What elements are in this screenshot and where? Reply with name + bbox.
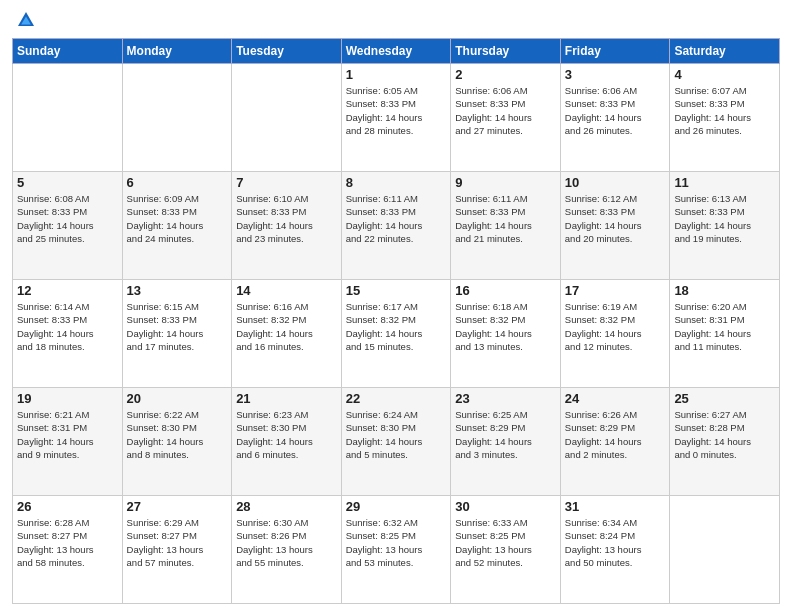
calendar-cell: 9Sunrise: 6:11 AM Sunset: 8:33 PM Daylig… [451, 172, 561, 280]
calendar-day-header: Wednesday [341, 39, 451, 64]
day-info: Sunrise: 6:06 AM Sunset: 8:33 PM Dayligh… [565, 84, 666, 137]
day-info: Sunrise: 6:06 AM Sunset: 8:33 PM Dayligh… [455, 84, 556, 137]
day-number: 1 [346, 67, 447, 82]
calendar-cell: 12Sunrise: 6:14 AM Sunset: 8:33 PM Dayli… [13, 280, 123, 388]
calendar-cell: 28Sunrise: 6:30 AM Sunset: 8:26 PM Dayli… [232, 496, 342, 604]
day-info: Sunrise: 6:21 AM Sunset: 8:31 PM Dayligh… [17, 408, 118, 461]
day-info: Sunrise: 6:18 AM Sunset: 8:32 PM Dayligh… [455, 300, 556, 353]
day-info: Sunrise: 6:29 AM Sunset: 8:27 PM Dayligh… [127, 516, 228, 569]
day-number: 17 [565, 283, 666, 298]
day-number: 21 [236, 391, 337, 406]
day-info: Sunrise: 6:33 AM Sunset: 8:25 PM Dayligh… [455, 516, 556, 569]
calendar-cell [13, 64, 123, 172]
page: SundayMondayTuesdayWednesdayThursdayFrid… [0, 0, 792, 612]
day-info: Sunrise: 6:05 AM Sunset: 8:33 PM Dayligh… [346, 84, 447, 137]
day-info: Sunrise: 6:20 AM Sunset: 8:31 PM Dayligh… [674, 300, 775, 353]
calendar-cell [122, 64, 232, 172]
calendar-cell: 21Sunrise: 6:23 AM Sunset: 8:30 PM Dayli… [232, 388, 342, 496]
calendar-cell: 13Sunrise: 6:15 AM Sunset: 8:33 PM Dayli… [122, 280, 232, 388]
calendar-cell: 30Sunrise: 6:33 AM Sunset: 8:25 PM Dayli… [451, 496, 561, 604]
day-number: 20 [127, 391, 228, 406]
calendar-cell: 14Sunrise: 6:16 AM Sunset: 8:32 PM Dayli… [232, 280, 342, 388]
day-number: 28 [236, 499, 337, 514]
calendar-week-row: 1Sunrise: 6:05 AM Sunset: 8:33 PM Daylig… [13, 64, 780, 172]
day-info: Sunrise: 6:17 AM Sunset: 8:32 PM Dayligh… [346, 300, 447, 353]
day-info: Sunrise: 6:23 AM Sunset: 8:30 PM Dayligh… [236, 408, 337, 461]
day-number: 5 [17, 175, 118, 190]
calendar-day-header: Sunday [13, 39, 123, 64]
day-number: 4 [674, 67, 775, 82]
calendar-day-header: Friday [560, 39, 670, 64]
calendar-cell: 23Sunrise: 6:25 AM Sunset: 8:29 PM Dayli… [451, 388, 561, 496]
day-info: Sunrise: 6:13 AM Sunset: 8:33 PM Dayligh… [674, 192, 775, 245]
day-info: Sunrise: 6:07 AM Sunset: 8:33 PM Dayligh… [674, 84, 775, 137]
calendar-header-row: SundayMondayTuesdayWednesdayThursdayFrid… [13, 39, 780, 64]
day-number: 26 [17, 499, 118, 514]
day-number: 22 [346, 391, 447, 406]
day-info: Sunrise: 6:14 AM Sunset: 8:33 PM Dayligh… [17, 300, 118, 353]
day-info: Sunrise: 6:10 AM Sunset: 8:33 PM Dayligh… [236, 192, 337, 245]
calendar-cell [232, 64, 342, 172]
day-number: 24 [565, 391, 666, 406]
day-info: Sunrise: 6:22 AM Sunset: 8:30 PM Dayligh… [127, 408, 228, 461]
calendar-week-row: 12Sunrise: 6:14 AM Sunset: 8:33 PM Dayli… [13, 280, 780, 388]
day-info: Sunrise: 6:28 AM Sunset: 8:27 PM Dayligh… [17, 516, 118, 569]
day-number: 11 [674, 175, 775, 190]
calendar-cell: 2Sunrise: 6:06 AM Sunset: 8:33 PM Daylig… [451, 64, 561, 172]
calendar-day-header: Thursday [451, 39, 561, 64]
day-info: Sunrise: 6:15 AM Sunset: 8:33 PM Dayligh… [127, 300, 228, 353]
day-info: Sunrise: 6:26 AM Sunset: 8:29 PM Dayligh… [565, 408, 666, 461]
calendar-cell: 16Sunrise: 6:18 AM Sunset: 8:32 PM Dayli… [451, 280, 561, 388]
day-info: Sunrise: 6:11 AM Sunset: 8:33 PM Dayligh… [346, 192, 447, 245]
day-number: 14 [236, 283, 337, 298]
calendar-cell: 17Sunrise: 6:19 AM Sunset: 8:32 PM Dayli… [560, 280, 670, 388]
day-info: Sunrise: 6:16 AM Sunset: 8:32 PM Dayligh… [236, 300, 337, 353]
day-number: 30 [455, 499, 556, 514]
calendar-cell: 6Sunrise: 6:09 AM Sunset: 8:33 PM Daylig… [122, 172, 232, 280]
day-number: 2 [455, 67, 556, 82]
day-number: 25 [674, 391, 775, 406]
day-info: Sunrise: 6:11 AM Sunset: 8:33 PM Dayligh… [455, 192, 556, 245]
calendar-cell: 15Sunrise: 6:17 AM Sunset: 8:32 PM Dayli… [341, 280, 451, 388]
day-info: Sunrise: 6:19 AM Sunset: 8:32 PM Dayligh… [565, 300, 666, 353]
day-info: Sunrise: 6:24 AM Sunset: 8:30 PM Dayligh… [346, 408, 447, 461]
day-info: Sunrise: 6:09 AM Sunset: 8:33 PM Dayligh… [127, 192, 228, 245]
calendar-day-header: Tuesday [232, 39, 342, 64]
day-number: 8 [346, 175, 447, 190]
calendar-day-header: Saturday [670, 39, 780, 64]
calendar-week-row: 19Sunrise: 6:21 AM Sunset: 8:31 PM Dayli… [13, 388, 780, 496]
day-number: 29 [346, 499, 447, 514]
calendar-cell [670, 496, 780, 604]
calendar-cell: 4Sunrise: 6:07 AM Sunset: 8:33 PM Daylig… [670, 64, 780, 172]
calendar-cell: 3Sunrise: 6:06 AM Sunset: 8:33 PM Daylig… [560, 64, 670, 172]
calendar-cell: 8Sunrise: 6:11 AM Sunset: 8:33 PM Daylig… [341, 172, 451, 280]
calendar-cell: 29Sunrise: 6:32 AM Sunset: 8:25 PM Dayli… [341, 496, 451, 604]
calendar-cell: 20Sunrise: 6:22 AM Sunset: 8:30 PM Dayli… [122, 388, 232, 496]
calendar-cell: 18Sunrise: 6:20 AM Sunset: 8:31 PM Dayli… [670, 280, 780, 388]
day-info: Sunrise: 6:32 AM Sunset: 8:25 PM Dayligh… [346, 516, 447, 569]
header [12, 10, 780, 32]
calendar-cell: 27Sunrise: 6:29 AM Sunset: 8:27 PM Dayli… [122, 496, 232, 604]
calendar-day-header: Monday [122, 39, 232, 64]
day-info: Sunrise: 6:30 AM Sunset: 8:26 PM Dayligh… [236, 516, 337, 569]
logo [12, 10, 38, 32]
day-number: 27 [127, 499, 228, 514]
day-info: Sunrise: 6:08 AM Sunset: 8:33 PM Dayligh… [17, 192, 118, 245]
day-number: 19 [17, 391, 118, 406]
calendar-cell: 5Sunrise: 6:08 AM Sunset: 8:33 PM Daylig… [13, 172, 123, 280]
day-number: 18 [674, 283, 775, 298]
calendar-cell: 11Sunrise: 6:13 AM Sunset: 8:33 PM Dayli… [670, 172, 780, 280]
calendar-cell: 10Sunrise: 6:12 AM Sunset: 8:33 PM Dayli… [560, 172, 670, 280]
calendar-cell: 7Sunrise: 6:10 AM Sunset: 8:33 PM Daylig… [232, 172, 342, 280]
calendar-cell: 24Sunrise: 6:26 AM Sunset: 8:29 PM Dayli… [560, 388, 670, 496]
calendar-cell: 22Sunrise: 6:24 AM Sunset: 8:30 PM Dayli… [341, 388, 451, 496]
calendar-week-row: 5Sunrise: 6:08 AM Sunset: 8:33 PM Daylig… [13, 172, 780, 280]
calendar-cell: 26Sunrise: 6:28 AM Sunset: 8:27 PM Dayli… [13, 496, 123, 604]
day-number: 23 [455, 391, 556, 406]
calendar-cell: 19Sunrise: 6:21 AM Sunset: 8:31 PM Dayli… [13, 388, 123, 496]
day-info: Sunrise: 6:12 AM Sunset: 8:33 PM Dayligh… [565, 192, 666, 245]
day-number: 16 [455, 283, 556, 298]
day-number: 10 [565, 175, 666, 190]
calendar-table: SundayMondayTuesdayWednesdayThursdayFrid… [12, 38, 780, 604]
day-number: 13 [127, 283, 228, 298]
